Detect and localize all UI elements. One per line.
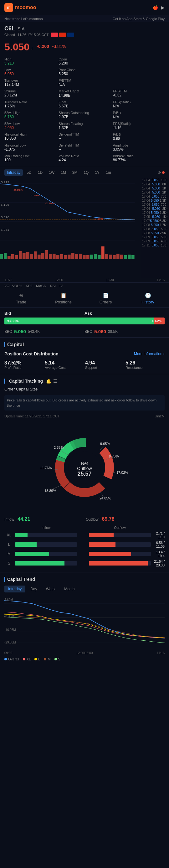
nav-item-trade[interactable]: ⊕ Trade <box>0 289 42 308</box>
stat-pb2-label: P/B⊙ <box>113 132 165 136</box>
ob-row-14: 17:09 5.050 500↑ <box>141 235 169 239</box>
svg-rect-13 <box>26 252 29 259</box>
stat-turnover-label: Turnover <box>4 79 56 82</box>
svg-rect-34 <box>105 254 108 259</box>
stat-prev-close: Prev Close 5.250 <box>59 67 110 77</box>
svg-rect-11 <box>19 251 22 259</box>
tab-1w[interactable]: 1W <box>46 169 57 176</box>
cap-info-icon[interactable]: ☰ <box>53 379 57 383</box>
stat-eps-static: EPS(Static) N/A <box>113 100 165 109</box>
flow-bar-xl-inflow-track <box>15 533 77 537</box>
nav-item-history[interactable]: 🕐 History <box>127 289 169 308</box>
flow-bar-l: L 6.56 / 11.05 <box>4 541 165 548</box>
svg-rect-22 <box>60 254 63 259</box>
trend-tab-month[interactable]: Month <box>60 586 78 592</box>
svg-rect-40 <box>128 255 131 259</box>
outflow-label: Outflow <box>86 517 99 522</box>
nav-trade-label: Trade <box>16 300 26 304</box>
indicator-tab-iv[interactable]: IV <box>60 284 63 288</box>
positions-icon: 📋 <box>60 292 67 299</box>
donut-container: Net Outflow 25.57 2.38% 11.76% 18.89% 24… <box>0 421 169 515</box>
header: m moomoo 🍎 ▶ <box>0 0 169 16</box>
stat-amplitude: Amplitude 3.05% <box>113 143 165 152</box>
tab-1min[interactable]: 1m <box>103 169 113 176</box>
svg-rect-9 <box>11 254 14 259</box>
flow-bar-xl-outflow-track <box>89 533 151 537</box>
stat-open-value: 5.200 <box>59 61 110 65</box>
tab-1y[interactable]: 1Y <box>92 169 102 176</box>
x-label-1: 12:00/13:00 <box>76 651 93 655</box>
legend-s-dot <box>55 658 57 660</box>
cap-description: Price falls & capital flows out. Bid ord… <box>4 395 165 410</box>
cap-desc-text: Price falls & capital flows out. Bid ord… <box>7 398 157 407</box>
stat-eps-ttm: EPSTTM -0.32 <box>113 89 165 98</box>
svg-rect-27 <box>79 254 82 259</box>
bbo-ask-price: 5.060 <box>94 329 106 334</box>
svg-rect-21 <box>56 255 60 259</box>
stat-eps-static-label: EPS(Static) <box>113 100 165 104</box>
chart-area: 5.219 5.125 5.078 5.031 -0.60% -1.49% -2… <box>0 178 169 278</box>
android-icon[interactable]: ▶ <box>161 5 165 10</box>
legend: Overall XL L M S <box>0 655 169 663</box>
stock-status: Closed 11/26 17:15:03 CCT <box>0 32 169 39</box>
svg-text:9.65%: 9.65% <box>100 442 110 445</box>
price-section: 5.050 ↓ -0.200 -3.81% <box>0 39 169 55</box>
stat-low: Low 5.050 <box>4 67 56 77</box>
indicator-tab-vol[interactable]: VOL VOL% <box>4 284 22 288</box>
stat-volume-value: 23.12M <box>4 93 56 97</box>
flow-summary: Inflow 44.21 Outflow 69.78 <box>0 515 169 524</box>
tab-1d[interactable]: 1D <box>35 169 45 176</box>
svg-rect-10 <box>15 255 18 259</box>
stat-open: Open 5.200 <box>59 57 110 66</box>
stat-vol-ratio-label: Volume Ratio <box>59 154 110 158</box>
stat-shares-out-value: 2.97B <box>59 115 110 119</box>
trend-tab-week[interactable]: Week <box>42 586 59 592</box>
trend-tab-day[interactable]: Day <box>27 586 41 592</box>
tab-3m[interactable]: 3M <box>70 169 80 176</box>
nav-item-positions[interactable]: 📋 Positions <box>42 289 84 308</box>
chart-settings-icon[interactable]: ⊙ <box>158 170 161 175</box>
svg-text:-0.60%: -0.60% <box>13 188 23 191</box>
tab-5d[interactable]: 5D <box>24 169 34 176</box>
flow-bar-s-label: S <box>4 561 14 565</box>
flow-bar-s: S 21.54 / 28.33 <box>4 560 165 567</box>
svg-rect-35 <box>109 255 112 259</box>
ob-row-15: 17:09 5.050 400↓ <box>141 239 169 243</box>
ob-row-5: 17:04 5.050 1.3K↑ <box>141 198 169 203</box>
pos-stat-0-value: 37.52% <box>4 360 43 366</box>
indicator-tab-rsi[interactable]: RSI <box>50 284 56 288</box>
tab-1m[interactable]: 1M <box>58 169 69 176</box>
trend-tab-intraday[interactable]: Intraday <box>4 586 25 592</box>
stat-high: High 5.210 <box>4 57 56 66</box>
nav-item-orders[interactable]: 📄 Orders <box>84 289 127 308</box>
capital-header: Capital <box>0 339 169 349</box>
stat-52l-label: 52wk Low <box>4 122 56 126</box>
ob-row-16: 17:11 5.050 100↓ <box>141 243 169 247</box>
svg-text:5.031: 5.031 <box>1 228 9 231</box>
indicator-tab-macd[interactable]: MACD <box>36 284 46 288</box>
cap-track-bar <box>4 379 5 383</box>
stat-shares-float-value: 1.32B <box>59 126 110 130</box>
legend-m: M <box>44 657 50 661</box>
stat-amplitude-value: 3.05% <box>113 147 165 152</box>
ask-pct: 6.62% <box>153 319 162 323</box>
apple-icon[interactable]: 🍎 <box>153 5 158 10</box>
flow-bar-xl-values: 2.71 / 11.0 <box>152 531 165 539</box>
cap-update-time: 11/26/2021 17:11 CCT <box>25 414 60 418</box>
svg-rect-38 <box>120 255 123 259</box>
cap-bell-icon[interactable]: 🔔 <box>46 379 51 383</box>
tab-1q[interactable]: 1Q <box>81 169 91 176</box>
flow-bar-m: M 13.4 / 19.4 <box>4 550 165 558</box>
pos-stat-3-label: Resistance <box>126 366 165 370</box>
flow-bar-s-inflow-fill <box>15 561 65 565</box>
nav-positions-label: Positions <box>55 300 72 304</box>
svg-rect-26 <box>75 254 78 259</box>
indicator-tab-kdj[interactable]: KDJ <box>26 284 32 288</box>
ob-row-11: 17:08 5.050 1.7K↑ <box>141 223 169 227</box>
pos-stat-1-value: 5.14 <box>45 360 84 366</box>
header-icons: 🍎 ▶ <box>153 5 165 10</box>
tab-intraday[interactable]: Intraday <box>4 169 23 176</box>
stat-pb: P/B⊙ N/A <box>113 110 165 120</box>
pos-cost-more[interactable]: More Information › <box>134 352 165 356</box>
svg-text:-2.38%: -2.38% <box>45 202 55 205</box>
